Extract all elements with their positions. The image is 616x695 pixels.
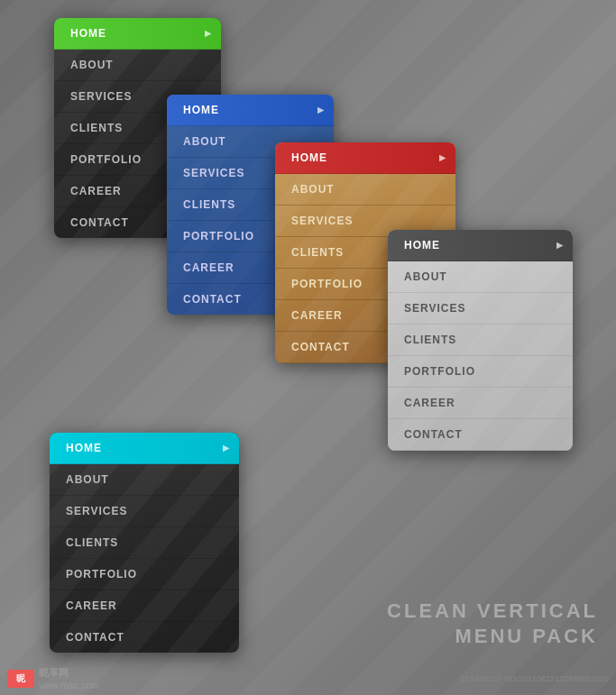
menu-item-about[interactable]: ABOUT [54,50,221,81]
page-title-line1: CLEAN VERTICAL [387,599,598,625]
menu-item-home[interactable]: HOME [275,142,455,174]
menu-dark-cyan: HOME ABOUT SERVICES CLIENTS PORTFOLIO CA… [50,433,239,653]
menu-item-career[interactable]: CAREER [388,388,573,419]
menu-item-portfolio[interactable]: PORTFOLIO [50,559,239,590]
menu-item-home[interactable]: HOME [54,18,221,50]
menu-item-services[interactable]: SERVICES [50,496,239,527]
menu-item-clients[interactable]: CLIENTS [50,527,239,559]
menu-item-contact[interactable]: CONTACT [50,622,239,653]
menu-item-home[interactable]: HOME [50,433,239,464]
page-title-line2: MENU PACK [387,624,598,650]
menu-item-about[interactable]: ABOUT [388,261,573,293]
watermark-logo: 昵 昵享网 www.nipic.com [7,666,98,690]
menu-gray: HOME ABOUT SERVICES CLIENTS PORTFOLIO CA… [388,230,573,451]
watermark: 昵 昵享网 www.nipic.com ID:7485157 NO:201106… [0,666,616,690]
page-label: CLEAN VERTICAL MENU PACK [387,599,598,650]
menu-item-clients[interactable]: CLIENTS [388,325,573,356]
logo-text: 昵享网 www.nipic.com [39,666,98,690]
menu-item-about[interactable]: ABOUT [50,464,239,496]
menu-item-home[interactable]: HOME [167,95,334,126]
menu-item-portfolio[interactable]: PORTFOLIO [388,356,573,388]
menu-item-career[interactable]: CAREER [50,590,239,622]
menu-item-services[interactable]: SERVICES [388,293,573,325]
menu-item-home[interactable]: HOME [388,230,573,261]
menu-item-about[interactable]: ABOUT [275,174,455,206]
watermark-id: ID:7485157 NO:20110622122949552000 [460,674,609,683]
logo-icon: 昵 [7,670,34,688]
menu-item-contact[interactable]: CONTACT [388,419,573,451]
